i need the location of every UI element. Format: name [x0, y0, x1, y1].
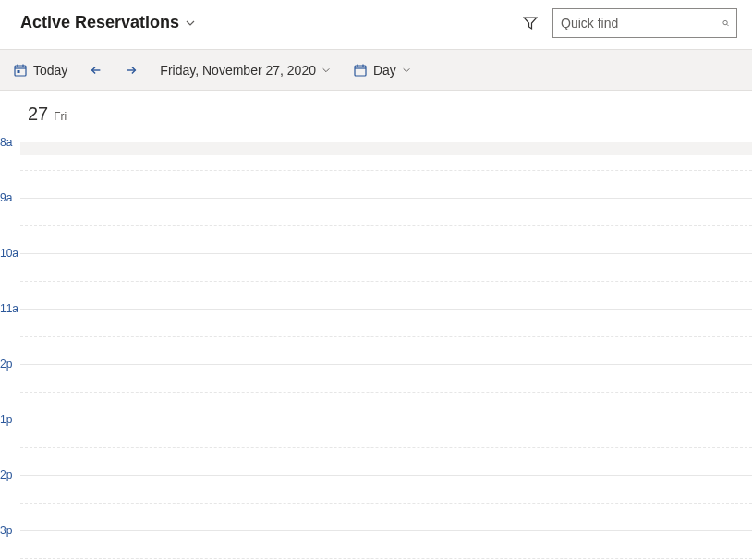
hour-line	[20, 530, 752, 531]
prev-button[interactable]	[80, 50, 112, 90]
hour-line	[20, 420, 752, 420]
hour-line	[20, 475, 752, 476]
half-hour-line	[20, 336, 752, 337]
date-picker[interactable]: Friday, November 27, 2020	[151, 50, 340, 90]
time-grid[interactable]: 8a9a10a11a2p1p2p3p	[0, 142, 752, 560]
calendar-toolbar: Today Friday, November 27, 2020 Day	[0, 50, 752, 91]
calendar-today-icon	[13, 63, 28, 78]
calendar-body: 27 Fri 8a9a10a11a2p1p2p3p	[0, 91, 752, 560]
hour-label: 1p	[0, 413, 20, 426]
chevron-down-icon	[321, 66, 331, 75]
time-row[interactable]: 8a	[0, 142, 752, 198]
half-hour-line	[20, 558, 752, 559]
time-row[interactable]: 2p	[0, 475, 752, 530]
time-row[interactable]: 9a	[0, 198, 752, 253]
day-header: 27 Fri	[0, 91, 752, 142]
half-hour-line	[20, 225, 752, 226]
day-number: 27	[28, 103, 48, 125]
time-row[interactable]: 2p	[0, 364, 752, 420]
next-button[interactable]	[115, 50, 147, 90]
hour-line	[20, 309, 752, 310]
filter-icon	[523, 16, 538, 30]
hour-label: 2p	[0, 469, 20, 481]
half-hour-line	[20, 281, 752, 282]
chevron-down-icon	[402, 66, 411, 75]
svg-rect-10	[355, 66, 366, 76]
svg-line-2	[727, 24, 729, 26]
time-row[interactable]: 11a	[0, 309, 752, 364]
time-row[interactable]: 1p	[0, 420, 752, 475]
svg-point-1	[723, 20, 727, 24]
half-hour-line	[20, 392, 752, 393]
view-mode-label: Day	[373, 63, 396, 78]
hour-line	[20, 198, 752, 199]
view-mode-picker[interactable]: Day	[344, 50, 420, 90]
search-icon	[722, 17, 729, 30]
page-header: Active Reservations	[0, 0, 752, 50]
header-actions	[519, 8, 737, 38]
svg-rect-3	[15, 66, 26, 76]
hour-line	[20, 253, 752, 254]
today-button[interactable]: Today	[4, 50, 77, 90]
svg-marker-0	[524, 18, 537, 29]
time-row[interactable]: 10a	[0, 253, 752, 309]
search-input[interactable]	[561, 16, 722, 30]
current-date-label: Friday, November 27, 2020	[160, 63, 316, 78]
calendar-icon	[353, 63, 368, 78]
search-box[interactable]	[552, 8, 737, 38]
day-name: Fri	[54, 110, 67, 123]
hour-label: 11a	[0, 302, 20, 315]
row-highlight	[20, 142, 752, 155]
hour-label: 8a	[0, 136, 20, 149]
hour-line	[20, 364, 752, 365]
filter-button[interactable]	[519, 12, 541, 34]
view-title-dropdown[interactable]: Active Reservations	[20, 13, 196, 32]
hour-label: 9a	[0, 191, 20, 204]
half-hour-line	[20, 447, 752, 448]
half-hour-line	[20, 503, 752, 504]
half-hour-line	[20, 170, 752, 171]
hour-label: 3p	[0, 524, 20, 537]
chevron-down-icon	[185, 18, 196, 29]
arrow-right-icon	[125, 64, 138, 77]
arrow-left-icon	[90, 64, 103, 77]
hour-label: 2p	[0, 358, 20, 371]
today-label: Today	[33, 63, 67, 78]
time-row[interactable]: 3p	[0, 530, 752, 560]
svg-rect-7	[18, 70, 20, 73]
hour-label: 10a	[0, 247, 20, 260]
view-title: Active Reservations	[20, 13, 179, 32]
